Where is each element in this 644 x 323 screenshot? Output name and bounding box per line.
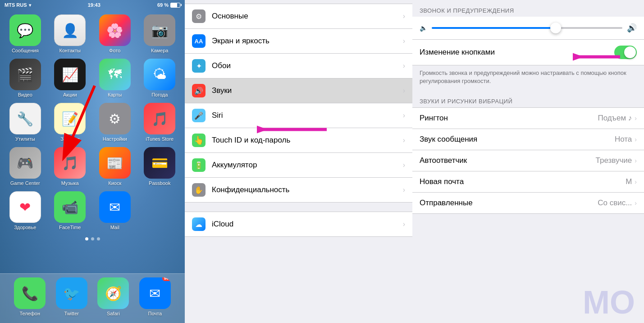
app-messages-icon: 💬 [9,14,41,46]
app-stocks-icon: 📈 [54,59,86,90]
app-itunes-label: iTunes Store [146,136,174,142]
app-settings-icon: ⚙ [99,103,131,134]
settings-icon-display: AA [192,34,206,48]
voicemail-item[interactable]: Автоответчик Трезвучие › [412,150,644,171]
section-vibration-header: ЗВУКИ И РИСУНКИ ВИБРАЦИЙ [412,91,644,107]
app-settings[interactable]: ⚙ Настройки [95,103,135,142]
chevron-voicemail-icon: › [635,157,637,164]
settings-label-touchid: Touch ID и код-пароль [212,136,399,145]
wifi-icon: ▾ [29,3,31,8]
vol-low-icon: 🔈 [420,24,427,32]
app-weather-icon: 🌤 [144,59,175,90]
settings-item-touchid[interactable]: 👆 Touch ID и код-пароль › [185,128,412,153]
app-notes[interactable]: 📝 Заметки [50,103,90,142]
toggle-row[interactable]: Изменение кнопками [412,40,644,65]
settings-icon-battery: 🔋 [192,158,206,172]
ringtone-item[interactable]: Рингтон Подъем ♪ › [412,107,644,129]
app-facetime-icon: 📹 [54,191,86,223]
new-mail-item[interactable]: Новая почта М › [412,171,644,193]
app-video[interactable]: 🎬 Видео [5,59,45,97]
settings-item-icloud[interactable]: ☁ iCloud › [185,212,412,237]
sent-mail-value: Со свис... [598,198,632,208]
app-contacts[interactable]: 👤 Контакты [50,14,90,53]
app-empty [140,191,180,230]
app-facetime[interactable]: 📹 FaceTime [50,191,90,230]
app-facetime-label: FaceTime [59,225,81,230]
app-camera[interactable]: 📷 Камера [140,14,180,53]
dock-mail[interactable]: ✉ 944 Почта [139,277,171,316]
app-maps[interactable]: 🗺 Карты [95,59,135,97]
settings-label-sounds: Звуки [212,86,399,95]
app-contacts-label: Контакты [59,48,81,53]
app-photos[interactable]: 🌸 Фото [95,14,135,53]
app-weather-label: Погода [151,92,168,97]
dock-safari-icon: 🧭 [97,277,129,309]
app-stocks[interactable]: 📈 Акции [50,59,90,97]
app-music-label: Музыка [61,180,79,186]
app-kiosk[interactable]: 📰 Киоск [95,147,135,186]
app-mail[interactable]: ✉ Mail [95,191,135,230]
app-utils[interactable]: 🔧 Утилиты [5,103,45,142]
settings-label-siri: Siri [212,111,399,120]
app-passbook-icon: 💳 [144,147,175,179]
app-notes-icon: 📝 [54,103,86,134]
battery-fill [171,3,177,7]
app-passbook[interactable]: 💳 Passbook [140,147,180,186]
volume-slider-track[interactable] [432,27,622,29]
voicemail-value: Трезвучие [596,156,632,165]
dock-twitter[interactable]: 🐦 Twitter [56,277,87,316]
vol-high-icon: 🔊 [627,23,637,33]
app-gamecenter[interactable]: 🎮 Game Center [5,147,45,186]
battery-pct-label: 69 % [157,2,169,8]
settings-item-sounds[interactable]: 🔊 Звуки › [185,78,412,103]
app-health-icon: ❤ [9,191,41,223]
detail-panel: ЗВОНОК И ПРЕДУПРЕЖДЕНИЯ 🔈 🔊 Изменение кн… [412,0,644,323]
toggle-switch[interactable] [614,46,637,59]
app-mail-label: Mail [110,225,119,230]
chevron-privacy-icon: › [403,186,405,194]
message-sound-item[interactable]: Звук сообщения Нота › [412,129,644,150]
app-maps-icon: 🗺 [99,59,131,90]
app-music[interactable]: 🎵 Музыка [50,147,90,186]
battery-icon [170,3,180,8]
sent-mail-item[interactable]: Отправленные Со свис... › [412,193,644,214]
settings-item-general[interactable]: ⚙ Основные › [185,4,412,29]
dock-twitter-label: Twitter [64,311,79,316]
dock-phone[interactable]: 📞 Телефон [14,277,46,316]
chevron-battery-icon: › [403,161,405,169]
settings-item-wallpaper[interactable]: ✦ Обои › [185,54,412,78]
volume-slider-thumb[interactable] [550,23,561,33]
settings-item-siri[interactable]: 🎤 Siri › [185,103,412,128]
dock-phone-icon: 📞 [14,277,46,309]
app-music-icon: 🎵 [54,147,86,179]
app-gamecenter-icon: 🎮 [9,147,41,179]
time-label: 19:43 [88,2,100,8]
app-utils-label: Утилиты [15,136,35,142]
app-photos-label: Фото [109,48,120,53]
settings-icon-touchid: 👆 [192,134,206,147]
app-stocks-label: Акции [63,92,77,97]
app-health[interactable]: ❤ Здоровье [5,191,45,230]
app-weather[interactable]: 🌤 Погода [140,59,180,97]
voicemail-label: Автоответчик [420,156,596,165]
settings-item-battery[interactable]: 🔋 Аккумулятор › [185,153,412,178]
app-kiosk-icon: 📰 [99,147,131,179]
volume-slider-fill [432,27,556,29]
app-video-label: Видео [18,92,32,97]
settings-item-privacy[interactable]: ✋ Конфиденциальность › [185,178,412,203]
settings-item-display[interactable]: AA Экран и яркость › [185,29,412,54]
chevron-display-icon: › [403,37,405,45]
app-messages-label: Сообщения [12,48,39,53]
ringtone-value: Подъем ♪ [598,114,632,123]
settings-icon-wallpaper: ✦ [192,59,206,73]
app-messages[interactable]: 💬 Сообщения [5,14,45,53]
app-photos-icon: 🌸 [99,14,131,46]
dock-safari[interactable]: 🧭 Safari [97,277,129,316]
settings-label-wallpaper: Обои [212,61,399,70]
app-itunes[interactable]: 🎵 iTunes Store [140,103,180,142]
settings-label-icloud: iCloud [212,220,399,229]
volume-row[interactable]: 🔈 🔊 [412,17,644,40]
app-utils-icon: 🔧 [9,103,41,134]
app-settings-label: Настройки [103,136,127,142]
app-contacts-icon: 👤 [54,14,86,46]
